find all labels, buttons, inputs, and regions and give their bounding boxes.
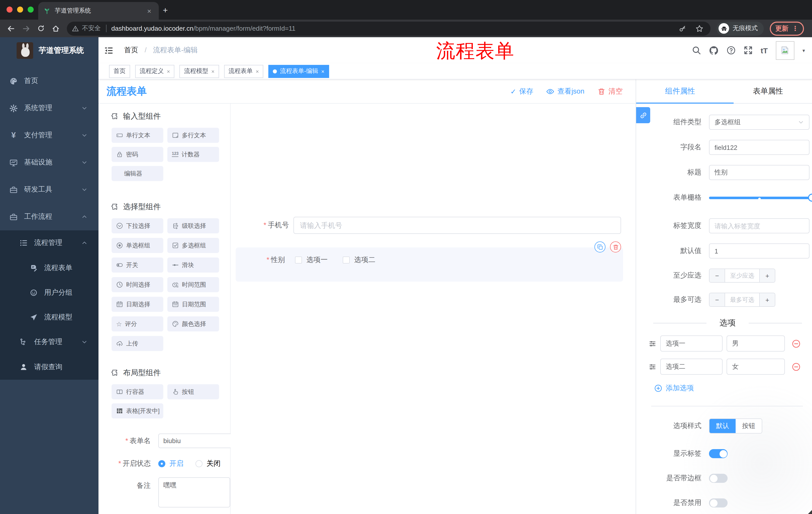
slider-handle[interactable] bbox=[808, 194, 812, 202]
component-date-range[interactable]: 日期范围 bbox=[167, 297, 219, 312]
gender-option1-label[interactable]: 选项一 bbox=[307, 255, 328, 265]
sidebar-item-devtools[interactable]: 研发工具 bbox=[0, 176, 98, 203]
reload-icon[interactable] bbox=[37, 25, 45, 32]
sidebar-item-workflow[interactable]: 工作流程 bbox=[0, 203, 98, 231]
sidebar-item-user-group[interactable]: 用户分组 bbox=[0, 280, 98, 305]
sidebar-item-home[interactable]: 首页 bbox=[0, 67, 98, 94]
copy-component-button[interactable] bbox=[594, 241, 606, 252]
component-select[interactable]: 下拉选择 bbox=[112, 218, 163, 233]
gender-option2-checkbox[interactable] bbox=[343, 256, 350, 264]
close-tag-icon[interactable]: × bbox=[167, 68, 170, 74]
close-tab-icon[interactable]: × bbox=[145, 7, 154, 15]
gender-option2-label[interactable]: 选项二 bbox=[354, 255, 375, 265]
tag-process-form-edit[interactable]: 流程表单-编辑× bbox=[268, 64, 329, 78]
form-remark-textarea[interactable]: 嘿嘿 bbox=[158, 477, 230, 508]
form-canvas[interactable]: 手机号 性别 选项 bbox=[231, 104, 636, 514]
sidebar-item-system[interactable]: 系统管理 bbox=[0, 94, 98, 122]
close-window-button[interactable] bbox=[6, 6, 12, 12]
sidebar-item-payment[interactable]: ¥ 支付管理 bbox=[0, 122, 98, 149]
url-bar[interactable]: 不安全 dashboard.yudao.iocoder.cn/bpm/manag… bbox=[67, 21, 710, 35]
font-size-icon[interactable]: tT bbox=[761, 46, 768, 55]
increase-button[interactable]: + bbox=[759, 269, 775, 282]
sidebar-item-process-model[interactable]: 流程模型 bbox=[0, 305, 98, 329]
component-date-picker[interactable]: 日期选择 bbox=[112, 297, 163, 312]
tab-component-props[interactable]: 组件属性 bbox=[636, 79, 724, 103]
add-option-button[interactable]: 添加选项 bbox=[654, 384, 812, 393]
status-off-label[interactable]: 关闭 bbox=[206, 459, 221, 468]
status-on-radio[interactable] bbox=[158, 460, 165, 467]
clear-button[interactable]: 清空 bbox=[598, 87, 622, 96]
back-icon[interactable] bbox=[7, 24, 15, 32]
default-value-input[interactable] bbox=[709, 243, 810, 259]
drag-handle-icon[interactable] bbox=[649, 363, 656, 371]
status-off-radio[interactable] bbox=[196, 460, 203, 467]
form-grid-slider[interactable] bbox=[709, 190, 812, 205]
component-switch[interactable]: 开关 bbox=[112, 258, 163, 273]
new-tab-button[interactable]: + bbox=[163, 5, 168, 16]
component-slider[interactable]: 滑块 bbox=[167, 258, 219, 273]
bookmark-star-icon[interactable] bbox=[695, 24, 703, 32]
component-cascader[interactable]: 级联选择 bbox=[167, 218, 219, 233]
sidebar-item-infra[interactable]: 基础设施 bbox=[0, 149, 98, 176]
show-label-toggle[interactable] bbox=[709, 449, 728, 458]
component-rate[interactable]: ☆评分 bbox=[112, 316, 163, 331]
field-name-input[interactable] bbox=[709, 140, 810, 155]
component-type-select[interactable]: 多选框组 bbox=[709, 115, 810, 130]
decrease-button[interactable]: − bbox=[709, 293, 725, 306]
close-tag-icon[interactable]: × bbox=[211, 68, 214, 74]
canvas-field-phone[interactable]: 手机号 bbox=[231, 217, 636, 234]
component-multi-text[interactable]: 多行文本 bbox=[167, 128, 219, 143]
gender-option1-checkbox[interactable] bbox=[295, 256, 302, 264]
tag-process-form[interactable]: 流程表单× bbox=[224, 64, 264, 78]
breadcrumb-home[interactable]: 首页 bbox=[124, 46, 138, 54]
remove-option-button[interactable] bbox=[792, 339, 801, 348]
sidebar-fold-icon[interactable] bbox=[105, 46, 113, 55]
tab-form-props[interactable]: 表单属性 bbox=[724, 79, 812, 103]
close-tag-icon[interactable]: × bbox=[256, 68, 259, 74]
link-badge[interactable] bbox=[636, 107, 650, 123]
forward-icon[interactable] bbox=[22, 24, 30, 32]
sidebar-item-leave-query[interactable]: 请假查询 bbox=[0, 355, 98, 380]
disabled-toggle[interactable] bbox=[709, 498, 728, 508]
minimize-window-button[interactable] bbox=[17, 6, 23, 12]
sidebar-item-process-mgmt[interactable]: 流程管理 bbox=[0, 231, 98, 255]
component-color-picker[interactable]: 颜色选择 bbox=[167, 316, 219, 331]
option-name-input[interactable] bbox=[660, 335, 723, 352]
component-row-container[interactable]: 行容器 bbox=[112, 384, 163, 399]
component-single-text[interactable]: 单行文本 bbox=[112, 128, 163, 143]
tag-process-model[interactable]: 流程模型× bbox=[180, 64, 219, 78]
component-button[interactable]: 按钮 bbox=[167, 384, 219, 399]
component-editor[interactable]: 编辑器 bbox=[112, 166, 163, 181]
key-icon[interactable] bbox=[679, 25, 686, 32]
component-time-picker[interactable]: 时间选择 bbox=[112, 277, 163, 292]
github-icon[interactable] bbox=[709, 46, 719, 55]
avatar[interactable] bbox=[776, 41, 794, 60]
component-counter[interactable]: 123计数器 bbox=[167, 147, 219, 162]
sidebar-item-task-mgmt[interactable]: 任务管理 bbox=[0, 329, 98, 355]
style-button-button[interactable]: 按钮 bbox=[736, 419, 762, 433]
component-upload[interactable]: 上传 bbox=[112, 336, 163, 351]
zoom-window-button[interactable] bbox=[28, 6, 34, 12]
decrease-button[interactable]: − bbox=[709, 269, 725, 282]
title-input[interactable] bbox=[709, 165, 810, 180]
window-controls[interactable] bbox=[6, 6, 34, 12]
option-name-input[interactable] bbox=[660, 359, 723, 375]
browser-menu-icon[interactable]: ⋮ bbox=[792, 25, 799, 32]
view-json-button[interactable]: 查看json bbox=[546, 87, 584, 96]
remove-option-button[interactable] bbox=[792, 362, 801, 371]
phone-input[interactable] bbox=[293, 217, 621, 234]
drag-handle-icon[interactable] bbox=[649, 340, 656, 347]
browser-tab[interactable]: 芋道管理系统 × bbox=[38, 2, 159, 20]
component-time-range[interactable]: 时间范围 bbox=[167, 277, 219, 292]
close-tag-icon[interactable]: × bbox=[321, 68, 325, 74]
selected-component-gender[interactable]: 性别 选项一 选项二 bbox=[236, 247, 623, 282]
sidebar-item-process-form[interactable]: 流程表单 bbox=[0, 255, 98, 280]
style-default-button[interactable]: 默认 bbox=[709, 419, 736, 433]
delete-component-button[interactable] bbox=[610, 241, 621, 252]
question-icon[interactable] bbox=[727, 46, 736, 55]
min-select-value[interactable]: 至少应选 bbox=[725, 269, 759, 282]
option-value-input[interactable] bbox=[727, 359, 785, 375]
fullscreen-icon[interactable] bbox=[744, 46, 753, 55]
increase-button[interactable]: + bbox=[759, 293, 775, 306]
component-password[interactable]: 密码 bbox=[112, 147, 163, 162]
